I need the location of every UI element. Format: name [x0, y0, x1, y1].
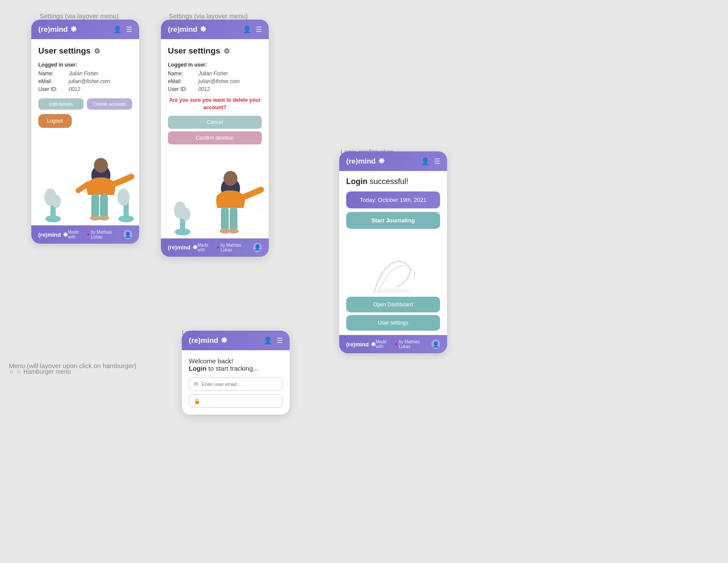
hamburger-icon-1[interactable]: ☰ — [126, 25, 132, 34]
delete-account-button-1[interactable]: Delete account — [87, 98, 132, 110]
logo-icon-3: ❋ — [378, 157, 384, 166]
user-icon-2[interactable]: 👤 — [243, 25, 251, 34]
svg-point-8 — [94, 158, 108, 173]
open-dashboard-button[interactable]: Open Dashboard — [346, 297, 440, 312]
logo-icon-1: ❋ — [70, 25, 77, 34]
delete-question-text: Are you sure you want to delete your acc… — [168, 97, 262, 111]
svg-point-18 — [224, 171, 237, 186]
user-settings-button[interactable]: User settings — [346, 315, 440, 331]
logged-in-label-2: Logged in user: — [168, 62, 262, 68]
header-icons-1: 👤 ☰ — [113, 25, 132, 34]
heart-icon-3: ♥ — [395, 342, 397, 346]
hamburger-section: ☆ ☆ Hamburger menu Julian Fisher julian@… — [9, 368, 71, 378]
userid-row-1: User ID: 0012 — [38, 86, 132, 92]
email-row-1: eMail: julian@fisher.com — [38, 78, 132, 84]
login-page-phone: (re)mind ❋ 👤 ☰ Welcome back! Login to st… — [182, 331, 290, 415]
app-header-3: (re)mind ❋ 👤 ☰ — [339, 151, 447, 171]
name-row-1: Name: Julian Fisher — [38, 70, 132, 77]
app-header-1: (re)mind ❋ 👤 ☰ — [31, 20, 139, 39]
logout-button-1[interactable]: Logout — [38, 114, 72, 128]
footer-logo-3: (re)mind ❋ — [346, 341, 376, 348]
app-logo-4: (re)mind ❋ — [189, 336, 227, 345]
email-icon: ✉ — [194, 381, 198, 387]
app-footer-2: (re)mind ❋ Made with ♥ by Mathias Lukas … — [161, 238, 269, 257]
action-btn-row-1: Edit details Delete account — [38, 98, 132, 110]
settings-phone-2: (re)mind ❋ 👤 ☰ User settings ⚙ Logged in… — [161, 20, 269, 257]
footer-logo-icon-1: ❋ — [63, 231, 68, 238]
footer-logo-2: (re)mind ❋ — [168, 244, 197, 251]
app-logo-1: (re)mind ❋ — [38, 25, 77, 34]
svg-point-3 — [52, 195, 61, 208]
svg-rect-10 — [100, 194, 108, 218]
hamburger-icon-2[interactable]: ☰ — [256, 25, 262, 34]
email-row-2: eMail: julian@fisher.com — [168, 78, 262, 84]
heart-icon-1: ♥ — [87, 232, 90, 237]
settings-phone-1: (re)mind ❋ 👤 ☰ User settings ⚙ Logged in… — [31, 20, 139, 244]
password-input[interactable] — [204, 399, 278, 404]
svg-point-6 — [117, 188, 130, 206]
app-header-2: (re)mind ❋ 👤 ☰ — [161, 20, 269, 39]
settings-title-1: User settings ⚙ — [38, 46, 132, 56]
footer-logo-icon-2: ❋ — [193, 244, 197, 251]
logged-in-label-1: Logged in user: — [38, 62, 132, 68]
footer-avatar-1: 👤 — [124, 230, 132, 239]
header-icons-4: 👤 ☰ — [264, 336, 283, 345]
confirm-delete-button[interactable]: Confirm deletion — [168, 131, 262, 144]
email-input[interactable] — [202, 382, 278, 387]
app-logo-3: (re)mind ❋ — [346, 157, 384, 166]
edit-details-button-1[interactable]: Edit details — [38, 98, 83, 110]
app-logo-2: (re)mind ❋ — [168, 25, 206, 34]
footer-logo-icon-3: ❋ — [371, 341, 376, 348]
footer-logo-1: (re)mind ❋ — [38, 231, 68, 238]
svg-point-12 — [99, 215, 109, 221]
svg-rect-19 — [221, 207, 229, 231]
app-header-4: (re)mind ❋ 👤 ☰ — [182, 331, 290, 350]
settings-label-1: Settings (via layover menu) — [40, 12, 119, 20]
lock-icon: 🔒 — [194, 398, 200, 404]
email-input-row: ✉ — [189, 377, 283, 391]
header-icons-2: 👤 ☰ — [243, 25, 262, 34]
cancel-button[interactable]: Cancel — [168, 116, 262, 129]
header-icons-3: 👤 ☰ — [421, 157, 440, 165]
svg-point-22 — [228, 228, 239, 234]
name-row-2: Name: Julian Fisher — [168, 70, 262, 77]
footer-avatar-2: 👤 — [253, 243, 262, 252]
confirm-char-area — [339, 232, 447, 293]
hamburger-label-text: ☆ ☆ Hamburger menu — [9, 368, 71, 375]
settings-title-2: User settings ⚙ — [168, 46, 262, 56]
login-success-text: Login successful! — [346, 177, 440, 186]
user-icon-4[interactable]: 👤 — [264, 336, 272, 345]
gear-icon-2: ⚙ — [224, 47, 230, 55]
user-icon-3[interactable]: 👤 — [421, 157, 430, 165]
delete-confirm-overlay: Are you sure you want to delete your acc… — [168, 97, 262, 144]
app-footer-3: (re)mind ❋ Made with ♥ by Mathias Lukas … — [339, 335, 447, 353]
character-area-2: · · · — [161, 151, 269, 238]
login-confirm-phone: (re)mind ❋ 👤 ☰ Login successful! Today: … — [339, 151, 447, 353]
svg-rect-20 — [230, 207, 237, 231]
logo-icon-4: ❋ — [221, 336, 227, 345]
hamburger-icon-4[interactable]: ☰ — [277, 336, 283, 345]
character-area-1 — [31, 138, 139, 225]
svg-rect-9 — [91, 194, 99, 218]
footer-avatar-3: 👤 — [431, 339, 440, 349]
app-footer-1: (re)mind ❋ Made with ♥ by Mathias Lukas … — [31, 225, 139, 244]
svg-point-23 — [376, 289, 411, 293]
logo-icon-2: ❋ — [200, 25, 206, 34]
settings-content-2: User settings ⚙ Logged in user: Name: Ju… — [161, 39, 269, 151]
footer-credit-3: Made with ♥ by Mathias Lukas — [376, 339, 430, 349]
password-input-row: 🔒 — [189, 394, 283, 408]
userid-row-2: User ID: 0012 — [168, 86, 262, 92]
footer-credit-2: Made with ♥ by Mathias Lukas — [197, 243, 251, 252]
user-icon-1[interactable]: 👤 — [113, 25, 122, 34]
svg-point-16 — [182, 208, 190, 221]
login-form: ✉ 🔒 — [182, 374, 290, 415]
today-date-button[interactable]: Today: October 19th, 2021 — [346, 191, 440, 208]
heart-icon-2: ♥ — [217, 245, 219, 250]
footer-credit-1: Made with ♥ by Mathias Lukas — [68, 230, 122, 239]
dots-decoration: · · · — [252, 205, 264, 212]
settings-content-1: User settings ⚙ Logged in user: Name: Ju… — [31, 39, 139, 138]
logo-text-1: (re)mind — [38, 25, 68, 34]
login-welcome-text: Welcome back! Login to start tracking... — [189, 357, 283, 372]
hamburger-icon-3[interactable]: ☰ — [434, 157, 440, 165]
start-journaling-button[interactable]: Start Journaling — [346, 212, 440, 229]
